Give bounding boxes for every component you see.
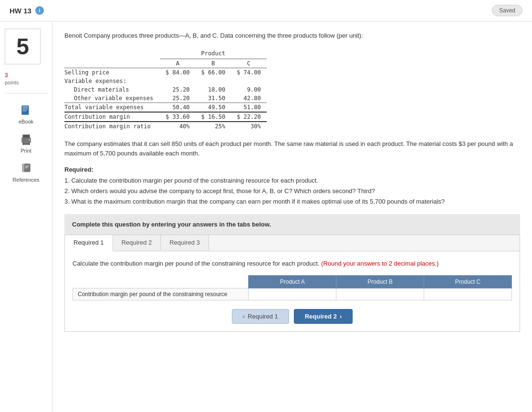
other-variable-label: Other variable expenses xyxy=(64,94,160,103)
tab-required3[interactable]: Required 3 xyxy=(161,235,209,251)
data-table-wrapper: Product A B C Selling price $ 84.00 $ 66… xyxy=(64,49,520,131)
other-variable-a: 25.20 xyxy=(160,94,196,103)
cm-ratio-a: 40% xyxy=(160,122,196,131)
other-variable-c: 42.80 xyxy=(231,94,267,103)
content-area: Benoit Company produces three products—A… xyxy=(52,21,532,412)
required-title: Required: xyxy=(64,166,520,173)
contribution-margin-c: $ 22.20 xyxy=(231,112,267,122)
svg-point-8 xyxy=(29,139,30,140)
svg-rect-12 xyxy=(25,166,29,167)
tab-required2[interactable]: Required 2 xyxy=(113,235,161,251)
tabs-container: Required 1 Required 2 Required 3 Calcula… xyxy=(64,235,520,332)
answer-table-wrapper: Product A Product B Product C Contributi… xyxy=(73,275,512,300)
direct-materials-label: Direct materials xyxy=(64,85,160,94)
print-icon xyxy=(20,133,33,146)
sidebar-divider xyxy=(5,93,47,93)
hw-title: HW 13 xyxy=(10,7,31,15)
instruction-text: Calculate the contribution margin per po… xyxy=(73,260,319,267)
instruction-note: (Round your answers to 2 decimal places.… xyxy=(321,260,438,267)
total-variable-label: Total variable expenses xyxy=(64,103,160,112)
tab-required1[interactable]: Required 1 xyxy=(65,235,113,251)
sidebar-item-ebook[interactable]: eBook xyxy=(5,101,47,127)
selling-price-b: $ 66.00 xyxy=(196,68,231,77)
variable-expenses-label: Variable expenses: xyxy=(64,77,160,85)
problem-intro: Benoit Company produces three products—A… xyxy=(64,31,520,41)
main-layout: 5 3 points eBook xyxy=(0,21,532,412)
sidebar-ebook-label: eBook xyxy=(19,119,33,124)
direct-materials-b: 18.00 xyxy=(196,85,231,94)
question-number-box: 5 xyxy=(5,29,41,64)
cm-ratio-label: Contribution margin ratio xyxy=(64,122,160,131)
other-variable-b: 31.50 xyxy=(196,94,231,103)
contribution-margin-a: $ 33.60 xyxy=(160,112,196,122)
info-icon[interactable]: i xyxy=(35,6,44,15)
cm-ratio-c: 30% xyxy=(231,122,267,131)
cm-per-pound-label: Contribution margin per pound of the con… xyxy=(73,288,249,300)
required-item-3: 3. What is the maximum contribution marg… xyxy=(64,196,520,207)
cm-per-pound-b-cell xyxy=(336,288,424,300)
col-a-header: A xyxy=(160,59,196,68)
tab-content-required1: Calculate the contribution margin per po… xyxy=(65,251,520,331)
direct-materials-c: 9.00 xyxy=(231,85,267,94)
svg-rect-7 xyxy=(23,144,29,144)
product-header: Product xyxy=(160,49,267,59)
product-a-header: Product A xyxy=(249,275,336,288)
saved-button: Saved xyxy=(492,5,522,16)
tabs-header: Required 1 Required 2 Required 3 xyxy=(65,235,520,251)
points-section: 3 points xyxy=(5,72,47,86)
cm-per-pound-a-input[interactable] xyxy=(250,290,334,299)
total-variable-c: 51.80 xyxy=(231,103,267,112)
prev-arrow-icon: ‹ xyxy=(243,313,245,320)
next-button[interactable]: Required 2 › xyxy=(294,309,353,324)
selling-price-label: Selling price xyxy=(64,68,160,77)
question-number: 5 xyxy=(16,33,29,60)
book-icon xyxy=(20,103,33,117)
sidebar-print-label: Print xyxy=(21,148,31,154)
selling-price-a: $ 84.00 xyxy=(160,68,196,77)
next-arrow-icon: › xyxy=(340,313,342,320)
prev-label: Required 1 xyxy=(248,313,278,320)
product-c-header: Product C xyxy=(424,275,512,288)
product-b-header: Product B xyxy=(336,275,424,288)
svg-rect-1 xyxy=(22,106,28,107)
total-variable-b: 49.50 xyxy=(196,103,231,112)
cm-ratio-b: 25% xyxy=(196,122,231,131)
required-section: Required: 1. Calculate the contribution … xyxy=(64,166,520,207)
points-sub: points xyxy=(5,80,19,85)
prev-button[interactable]: ‹ Required 1 xyxy=(232,309,289,324)
tab-instruction: Calculate the contribution margin per po… xyxy=(73,259,512,268)
selling-price-c: $ 74.00 xyxy=(231,68,267,77)
col-b-header: B xyxy=(196,59,231,68)
sidebar-item-references[interactable]: References xyxy=(5,159,47,185)
answer-table: Product A Product B Product C Contributi… xyxy=(73,275,512,300)
contribution-margin-b: $ 16.50 xyxy=(196,112,231,122)
sidebar-references-label: References xyxy=(12,177,39,183)
svg-rect-5 xyxy=(21,138,31,143)
direct-materials-a: 25.20 xyxy=(160,85,196,94)
col-c-header: C xyxy=(231,59,267,68)
description-text: The company estimates that it can sell 8… xyxy=(64,139,520,159)
required-item-2: 2. Which orders would you advise the com… xyxy=(64,186,520,196)
product-data-table: Product A B C Selling price $ 84.00 $ 66… xyxy=(64,49,267,131)
sidebar-item-print[interactable]: Print xyxy=(5,130,47,156)
nav-buttons: ‹ Required 1 Required 2 › xyxy=(73,309,512,324)
header: HW 13 i Saved xyxy=(0,0,532,21)
cm-per-pound-a-cell xyxy=(249,288,336,300)
sidebar: 5 3 points eBook xyxy=(0,21,52,412)
next-label: Required 2 xyxy=(305,313,337,320)
svg-rect-2 xyxy=(22,109,28,110)
points-label: 3 xyxy=(5,72,8,79)
required-list: 1. Calculate the contribution margin per… xyxy=(64,175,520,207)
total-variable-a: 50.40 xyxy=(160,103,196,112)
header-left: HW 13 i xyxy=(10,6,44,15)
svg-rect-13 xyxy=(25,167,27,168)
contribution-margin-label: Contribution margin xyxy=(64,112,160,122)
cm-per-pound-c-input[interactable] xyxy=(426,290,510,299)
cm-per-pound-c-cell xyxy=(424,288,512,300)
complete-question-box: Complete this question by entering your … xyxy=(64,214,520,235)
svg-rect-3 xyxy=(22,111,26,112)
references-icon xyxy=(20,162,33,175)
required-item-1: 1. Calculate the contribution margin per… xyxy=(64,175,520,186)
cm-per-pound-b-input[interactable] xyxy=(338,290,422,299)
